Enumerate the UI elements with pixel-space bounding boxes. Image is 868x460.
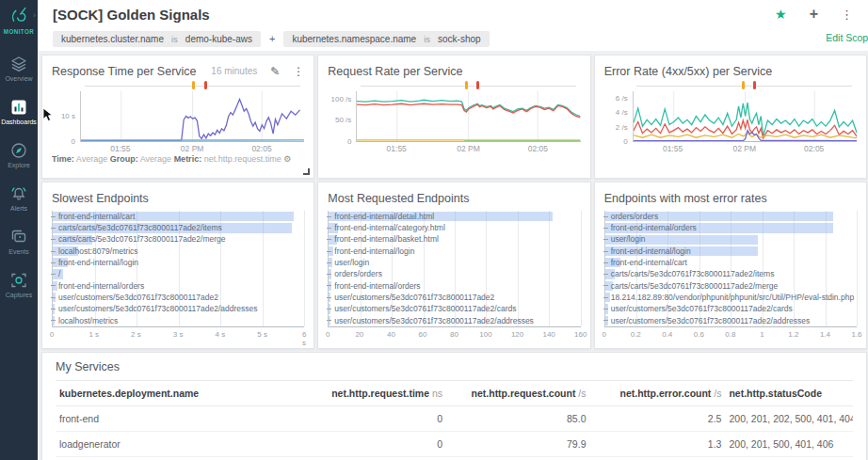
service-row[interactable]: user03.10.5200, 500 (56, 457, 853, 460)
panel-menu-icon[interactable]: ⋮ (293, 65, 304, 78)
column-header[interactable]: net.http.request.count /s (446, 381, 589, 406)
bar-chart-icon (10, 99, 27, 116)
endpoint-bar-row[interactable]: front-end-internal/basket.html (329, 234, 580, 246)
filter-joiner: + (269, 33, 275, 44)
endpoint-bar-row[interactable]: / (53, 268, 304, 279)
monitor-logo[interactable]: › MONITOR (0, 0, 38, 38)
event-marker[interactable] (476, 81, 479, 89)
line-chart[interactable] (633, 91, 857, 142)
endpoint-bar-row[interactable]: localhost/metrics (53, 315, 304, 326)
endpoint-bar-row[interactable]: carts/carts/5e3dc0761f73c8000117ade2/mer… (605, 280, 857, 292)
endpoint-bar-row[interactable]: orders/orders (329, 268, 580, 279)
filter-token-cluster[interactable]: kubernetes.cluster.name is demo-kube-aws (53, 31, 261, 47)
filter-key: kubernetes.cluster.name (61, 34, 164, 44)
endpoint-bar-row[interactable]: localhost:8079/metrics (53, 246, 304, 257)
y-axis: 6 /s4 /s2 /s0 (604, 91, 633, 142)
favorite-star-icon[interactable]: ★ (775, 7, 787, 22)
row-tick (51, 251, 56, 252)
resize-handle[interactable] (303, 168, 310, 175)
event-marker[interactable] (753, 81, 756, 89)
x-axis-label: 120 (511, 330, 523, 339)
footer-group-label: Group: (110, 154, 138, 164)
column-header[interactable]: net.http.request.time ns (295, 381, 446, 406)
endpoint-bar-row[interactable]: user/customers/5e3dc0761f73c8000117ade2 (53, 292, 304, 303)
endpoint-bar-row[interactable]: carts/carts/5e3dc0761f73c8000117ade2/mer… (53, 234, 304, 246)
x-axis: 01:5502 PM02:05 (633, 142, 857, 154)
service-cell: 1.3 (589, 432, 725, 457)
column-header[interactable]: net.http.error.count /s (589, 381, 725, 406)
time-range-label[interactable]: 16 minutes (211, 66, 257, 76)
sidebar-item-alerts[interactable]: Alerts (0, 177, 38, 220)
column-header[interactable]: kubernetes.deployment.name (56, 381, 295, 406)
bar-chart: orders/ordersfront-end-internal/ordersus… (604, 211, 857, 327)
endpoint-bar-row[interactable]: user/customers/5e3dc0761f73c8000117ade2/… (329, 315, 580, 326)
endpoint-label: localhost/metrics (58, 317, 118, 325)
event-marker[interactable] (465, 81, 468, 89)
row-tick (603, 320, 608, 321)
line-chart[interactable] (356, 91, 580, 142)
endpoint-bar-row[interactable]: user/customers/5e3dc0761f73c8000117ade2/… (605, 303, 857, 314)
sidebar-item-captures[interactable]: Captures (0, 263, 38, 307)
endpoint-label: front-end-internal/orders (334, 282, 420, 291)
event-marker[interactable] (742, 81, 745, 89)
capture-brackets-icon (10, 272, 27, 289)
event-strip[interactable] (356, 80, 580, 91)
endpoint-bar-row[interactable]: front-end-internal/cart (53, 211, 304, 222)
edit-pencil-icon[interactable]: ✎ (270, 65, 280, 78)
service-row[interactable]: loadgenerator079.91.3200, 201, 500, 401,… (56, 432, 853, 457)
filter-value: sock-shop (438, 34, 481, 44)
x-axis-label: 20 (355, 330, 363, 339)
endpoint-bar-row[interactable]: front-end-internal/detail.html (329, 211, 580, 222)
endpoint-bar-row[interactable]: front-end-internal/orders (53, 280, 304, 292)
endpoint-bar-row[interactable]: user/customers/5e3dc0761f73c8000117ade2/… (605, 315, 857, 326)
endpoint-bar-row[interactable]: carts/carts/5e3dc0761f73c8000117ade2/ite… (53, 222, 304, 233)
endpoint-label: front-end-internal/category.html (334, 224, 444, 232)
endpoint-bar-row[interactable]: user/login (329, 257, 580, 268)
filter-token-namespace[interactable]: kubernetes.namespace.name is sock-shop (283, 31, 489, 47)
filter-operator: is (171, 34, 178, 44)
sidebar-item-explore[interactable]: Explore (0, 134, 38, 177)
x-axis-label: 4 s (216, 330, 226, 339)
endpoint-bar-row[interactable]: front-end-internal/orders (605, 222, 857, 233)
endpoint-bar-row[interactable]: front-end-internal/login (329, 246, 580, 257)
endpoint-bar-row[interactable]: front-end-internal/login (53, 257, 304, 268)
monitor-logo-label: MONITOR (0, 28, 38, 35)
endpoint-bar-row[interactable]: carts/carts/5e3dc0761f73c8000117ade2/ite… (605, 268, 857, 279)
endpoint-bar-row[interactable]: orders/orders (605, 211, 857, 222)
endpoint-bar-row[interactable]: user/customers/5e3dc0761f73c8000117ade2/… (53, 303, 304, 314)
sidebar-item-overview[interactable]: Overview (0, 47, 38, 90)
add-panel-icon[interactable]: + (810, 6, 818, 23)
event-strip[interactable] (633, 80, 857, 91)
event-strip[interactable] (80, 80, 304, 91)
service-row[interactable]: front-end085.02.5200, 201, 202, 500, 401… (56, 406, 853, 432)
sidebar-expand-chevron-icon[interactable]: › (33, 10, 36, 20)
service-cell: 0 (295, 406, 446, 432)
endpoint-bar-row[interactable]: 18.214.182.89:80/vendor/phpunit/phpunit/… (605, 292, 857, 303)
gear-icon[interactable]: ⚙ (283, 154, 291, 164)
endpoint-bar-row[interactable]: user/login (605, 234, 857, 246)
endpoint-bar-row[interactable]: front-end-internal/login (605, 246, 857, 257)
event-marker[interactable] (204, 81, 207, 89)
endpoint-bar-row[interactable]: user/customers/5e3dc0761f73c8000117ade2/… (329, 303, 580, 314)
x-axis-label: 160 (574, 330, 587, 339)
line-chart[interactable] (80, 91, 304, 142)
endpoint-label: front-end-internal/login (334, 247, 414, 256)
endpoint-bar-row[interactable]: user/customers/5e3dc0761f73c8000117ade2 (329, 292, 580, 303)
service-cell: 2.5 (589, 406, 725, 432)
edit-scope-link[interactable]: Edit Scope (826, 32, 868, 43)
sidebar-item-dashboards[interactable]: Dashboards (0, 90, 38, 134)
sidebar-item-events[interactable]: Events (0, 220, 38, 263)
event-marker[interactable] (192, 81, 195, 89)
endpoint-bar-row[interactable]: front-end-internal/orders (329, 280, 580, 292)
panel-title: My Services (56, 360, 853, 381)
endpoint-label: user/login (334, 259, 369, 267)
kebab-menu-icon[interactable]: ⋮ (841, 8, 853, 22)
panel-footer: Time: Average Group: Average Metric: net… (52, 154, 304, 167)
service-cell: loadgenerator (56, 432, 295, 457)
endpoint-bar-row[interactable]: front-end-internal/category.html (329, 222, 580, 233)
column-header[interactable]: net.http.statusCode (725, 381, 853, 406)
x-axis-label: 02 PM (733, 144, 757, 153)
x-axis-label: 1.6 (851, 330, 861, 339)
endpoint-bar-row[interactable]: front-end-internal/cart (605, 257, 857, 268)
y-axis-label: 50 /s (335, 117, 351, 125)
